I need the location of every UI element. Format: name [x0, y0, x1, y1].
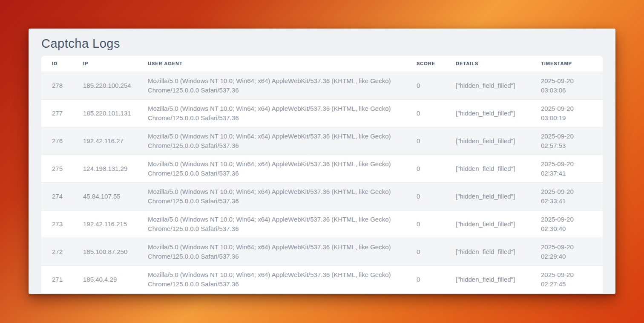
logs-table-container: IDIPUSER AGENTSCOREDETAILSTIMESTAMP 2781… [41, 56, 603, 294]
cell-timestamp: 2025-09-20 03:00:19 [530, 99, 603, 127]
table-row: 278185.220.100.254Mozilla/5.0 (Windows N… [41, 72, 603, 99]
captcha-logs-card: Captcha Logs IDIPUSER AGENTSCOREDETAILST… [29, 29, 615, 294]
column-header-id: ID [41, 56, 72, 72]
table-row: 275124.198.131.29Mozilla/5.0 (Windows NT… [41, 155, 603, 182]
cell-details: ["hidden_field_filled"] [445, 210, 530, 238]
cell-details: ["hidden_field_filled"] [445, 265, 530, 293]
cell-user-agent: Mozilla/5.0 (Windows NT 10.0; Win64; x64… [137, 155, 406, 182]
cell-user-agent: Mozilla/5.0 (Windows NT 10.0; Win64; x64… [137, 127, 406, 155]
cell-score: 0 [406, 72, 445, 99]
cell-timestamp: 2025-09-20 02:37:41 [530, 155, 603, 182]
cell-ip: 185.100.87.250 [72, 238, 137, 265]
cell-id: 274 [41, 182, 72, 210]
cell-score: 0 [406, 265, 445, 293]
cell-user-agent: Mozilla/5.0 (Windows NT 10.0; Win64; x64… [137, 265, 406, 293]
cell-details: ["hidden_field_filled"] [445, 182, 530, 210]
table-row: 271185.40.4.29Mozilla/5.0 (Windows NT 10… [41, 265, 603, 293]
cell-score: 0 [406, 210, 445, 238]
cell-ip: 192.42.116.27 [72, 127, 137, 155]
cell-details: ["hidden_field_filled"] [445, 127, 530, 155]
cell-details: ["hidden_field_filled"] [445, 155, 530, 182]
table-header-row: IDIPUSER AGENTSCOREDETAILSTIMESTAMP [41, 56, 603, 72]
cell-id: 273 [41, 210, 72, 238]
cell-id: 277 [41, 99, 72, 127]
cell-details: ["hidden_field_filled"] [445, 72, 530, 99]
logs-table: IDIPUSER AGENTSCOREDETAILSTIMESTAMP 2781… [41, 56, 603, 294]
cell-user-agent: Mozilla/5.0 (Windows NT 10.0; Win64; x64… [137, 182, 406, 210]
page-title: Captcha Logs [41, 36, 603, 51]
cell-ip: 45.84.107.55 [72, 182, 137, 210]
cell-id: 275 [41, 155, 72, 182]
cell-score: 0 [406, 155, 445, 182]
column-header-ip: IP [72, 56, 137, 72]
cell-user-agent: Mozilla/5.0 (Windows NT 10.0; Win64; x64… [137, 99, 406, 127]
cell-timestamp: 2025-09-20 02:33:41 [530, 182, 603, 210]
column-header-score: SCORE [406, 56, 445, 72]
table-row: 277185.220.101.131Mozilla/5.0 (Windows N… [41, 99, 603, 127]
column-header-details: DETAILS [445, 56, 530, 72]
table-row: 273192.42.116.215Mozilla/5.0 (Windows NT… [41, 210, 603, 238]
cell-score: 0 [406, 127, 445, 155]
cell-timestamp: 2025-09-20 02:30:40 [530, 210, 603, 238]
cell-timestamp: 2025-09-20 02:27:45 [530, 265, 603, 293]
table-row: 272185.100.87.250Mozilla/5.0 (Windows NT… [41, 238, 603, 265]
column-header-timestamp: TIMESTAMP [530, 56, 603, 72]
cell-id: 276 [41, 127, 72, 155]
cell-details: ["hidden_field_filled"] [445, 99, 530, 127]
cell-ip: 124.198.131.29 [72, 155, 137, 182]
cell-timestamp: 2025-09-20 02:57:53 [530, 127, 603, 155]
cell-ip: 192.42.116.215 [72, 210, 137, 238]
cell-score: 0 [406, 99, 445, 127]
cell-score: 0 [406, 238, 445, 265]
cell-score: 0 [406, 182, 445, 210]
cell-ip: 185.220.101.131 [72, 99, 137, 127]
cell-user-agent: Mozilla/5.0 (Windows NT 10.0; Win64; x64… [137, 238, 406, 265]
cell-ip: 185.220.100.254 [72, 72, 137, 99]
cell-details: ["hidden_field_filled"] [445, 238, 530, 265]
cell-timestamp: 2025-09-20 03:03:06 [530, 72, 603, 99]
cell-user-agent: Mozilla/5.0 (Windows NT 10.0; Win64; x64… [137, 72, 406, 99]
cell-timestamp: 2025-09-20 02:29:40 [530, 238, 603, 265]
cell-ip: 185.40.4.29 [72, 265, 137, 293]
column-header-user-agent: USER AGENT [137, 56, 406, 72]
table-row: 276192.42.116.27Mozilla/5.0 (Windows NT … [41, 127, 603, 155]
cell-id: 271 [41, 265, 72, 293]
cell-user-agent: Mozilla/5.0 (Windows NT 10.0; Win64; x64… [137, 210, 406, 238]
table-row: 27445.84.107.55Mozilla/5.0 (Windows NT 1… [41, 182, 603, 210]
cell-id: 278 [41, 72, 72, 99]
cell-id: 272 [41, 238, 72, 265]
